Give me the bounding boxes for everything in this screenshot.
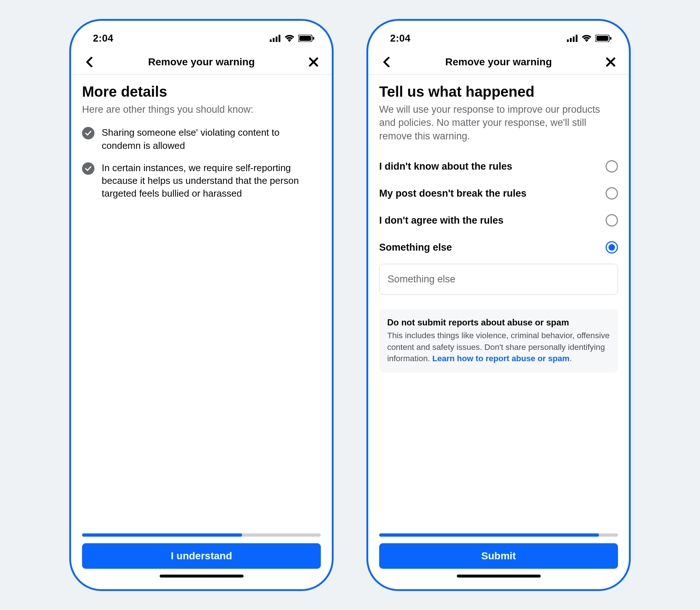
progress-bar xyxy=(379,533,618,537)
chevron-left-icon xyxy=(383,57,390,67)
footer: I understand xyxy=(71,533,332,589)
footer: Submit xyxy=(368,533,629,589)
page-subtitle: Here are other things you should know: xyxy=(82,103,321,116)
report-abuse-link[interactable]: Learn how to report abuse or spam xyxy=(432,354,569,363)
bullet-text: In certain instances, we require self-re… xyxy=(102,162,321,200)
svg-rect-12 xyxy=(596,36,608,41)
submit-button[interactable]: Submit xyxy=(379,543,618,569)
status-time: 2:04 xyxy=(93,33,113,44)
close-button[interactable] xyxy=(306,57,321,67)
status-icons xyxy=(567,35,611,42)
option-row[interactable]: My post doesn't break the rules xyxy=(379,180,618,207)
home-indicator xyxy=(457,575,541,578)
status-icons xyxy=(270,35,314,42)
radio-checked[interactable] xyxy=(606,241,618,254)
page-title: More details xyxy=(82,84,321,100)
radio-unchecked[interactable] xyxy=(606,187,618,200)
radio-unchecked[interactable] xyxy=(606,160,618,173)
page-title: Tell us what happened xyxy=(379,84,618,100)
notice-body: This includes things like violence, crim… xyxy=(387,330,610,364)
phone-screen-right: 2:04 Remove your warning Tell us what ha… xyxy=(366,19,631,591)
option-row[interactable]: I didn't know about the rules xyxy=(379,153,618,180)
nav-title: Remove your warning xyxy=(394,56,603,68)
svg-rect-3 xyxy=(279,35,280,42)
back-button[interactable] xyxy=(82,57,97,67)
nav-title: Remove your warning xyxy=(97,56,306,68)
wifi-icon xyxy=(284,35,295,42)
battery-icon xyxy=(298,35,314,42)
progress-fill xyxy=(82,533,242,537)
svg-rect-9 xyxy=(573,36,575,42)
option-label: I don't agree with the rules xyxy=(379,215,503,226)
bullet-list: Sharing someone else' violating content … xyxy=(82,126,321,200)
svg-rect-6 xyxy=(313,37,314,40)
close-button[interactable] xyxy=(603,57,618,67)
cellular-icon xyxy=(270,35,281,42)
option-label: I didn't know about the rules xyxy=(379,161,512,172)
something-else-input[interactable] xyxy=(379,264,618,295)
checkmark-icon xyxy=(82,127,94,139)
list-item: Sharing someone else' violating content … xyxy=(82,126,321,152)
radio-unchecked[interactable] xyxy=(606,214,618,227)
nav-bar: Remove your warning xyxy=(368,49,629,75)
notice-title: Do not submit reports about abuse or spa… xyxy=(387,317,610,328)
progress-fill xyxy=(379,533,599,537)
option-row[interactable]: I don't agree with the rules xyxy=(379,207,618,234)
bullet-text: Sharing someone else' violating content … xyxy=(102,126,321,152)
home-indicator xyxy=(160,575,244,578)
svg-rect-1 xyxy=(273,38,275,42)
nav-bar: Remove your warning xyxy=(71,49,332,75)
phone-screen-left: 2:04 Remove your warning More details He… xyxy=(69,19,334,591)
back-button[interactable] xyxy=(379,57,394,67)
chevron-left-icon xyxy=(86,57,93,67)
list-item: In certain instances, we require self-re… xyxy=(82,162,321,200)
page-subtitle: We will use your response to improve our… xyxy=(379,103,618,143)
content-area: Tell us what happened We will use your r… xyxy=(368,75,629,533)
understand-button[interactable]: I understand xyxy=(82,543,321,569)
svg-rect-5 xyxy=(299,36,311,41)
option-label: Something else xyxy=(379,242,452,253)
option-label: My post doesn't break the rules xyxy=(379,188,526,199)
battery-icon xyxy=(595,35,611,42)
wifi-icon xyxy=(582,35,592,42)
close-icon xyxy=(606,57,615,67)
notice-period: . xyxy=(569,354,572,363)
status-time: 2:04 xyxy=(390,33,411,44)
svg-rect-7 xyxy=(567,39,569,42)
status-bar: 2:04 xyxy=(368,27,629,49)
svg-rect-10 xyxy=(576,35,578,42)
svg-rect-8 xyxy=(570,38,572,42)
close-icon xyxy=(309,57,318,67)
progress-bar xyxy=(82,533,321,537)
cellular-icon xyxy=(567,35,578,42)
option-row[interactable]: Something else xyxy=(379,234,618,261)
notice-box: Do not submit reports about abuse or spa… xyxy=(379,309,618,372)
svg-rect-2 xyxy=(276,36,277,42)
svg-rect-0 xyxy=(270,39,272,42)
content-area: More details Here are other things you s… xyxy=(71,75,332,533)
status-bar: 2:04 xyxy=(71,27,332,49)
checkmark-icon xyxy=(82,162,94,175)
options-group: I didn't know about the rules My post do… xyxy=(379,153,618,261)
svg-rect-13 xyxy=(610,37,611,40)
